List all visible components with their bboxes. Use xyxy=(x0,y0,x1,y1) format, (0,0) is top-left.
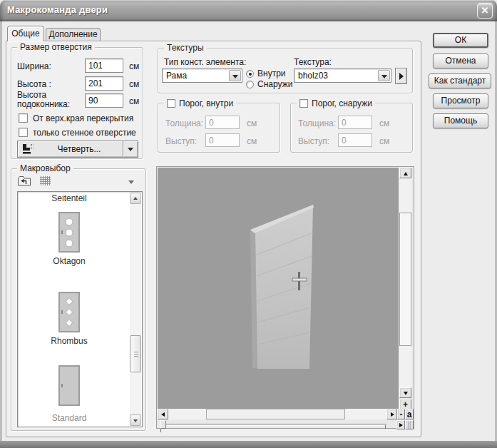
as-standard-button[interactable]: Как стандарт xyxy=(429,73,491,88)
scroll-up-icon[interactable] xyxy=(399,168,411,178)
scroll-down-icon[interactable] xyxy=(399,387,411,398)
radio-outside[interactable] xyxy=(246,81,254,88)
thickness-label: Толщина: xyxy=(165,118,203,128)
list-item-label[interactable]: Rhombus xyxy=(19,336,119,346)
texture-value: bholz03 xyxy=(298,71,328,81)
list-item-label[interactable]: Standard xyxy=(19,413,119,423)
thickness-unit: см xyxy=(379,118,389,128)
tab-page: Размер отверстия Ширина: см Высота : см … xyxy=(6,41,421,437)
radio-inside[interactable] xyxy=(246,70,254,78)
tab-general[interactable]: Общие xyxy=(7,26,44,41)
rotation-slider-thumb[interactable] xyxy=(160,420,166,429)
sill-height-input[interactable] xyxy=(85,93,123,108)
grid-view-icon[interactable] xyxy=(40,176,51,185)
width-unit: см xyxy=(129,61,139,71)
offset-input[interactable] xyxy=(338,133,372,147)
group-opening-size: Размер отверстия Ширина: см Высота : см … xyxy=(11,47,143,159)
scrollbar-thumb[interactable] xyxy=(399,213,411,346)
element-type-value: Рама xyxy=(166,71,187,81)
preview-widget: + - a || xyxy=(156,166,414,429)
macro-list-scrollbar[interactable] xyxy=(130,193,141,426)
texture-label: Текстура: xyxy=(294,57,332,67)
group-title: Порог, внутри xyxy=(179,98,233,108)
checkbox-from-top-edge[interactable] xyxy=(19,113,28,123)
group-title: Порог, снаружи xyxy=(312,98,372,108)
close-icon[interactable]: ✕ xyxy=(477,3,493,19)
thickness-input[interactable] xyxy=(338,116,372,129)
actual-size-button[interactable]: a xyxy=(405,409,414,419)
thickness-input[interactable] xyxy=(205,116,240,129)
macro-dropdown-arrow-icon[interactable] xyxy=(128,180,134,184)
offset-unit: см xyxy=(379,136,389,146)
zoom-in-button[interactable]: + xyxy=(399,399,411,409)
window-title: Макрокоманда двери xyxy=(7,4,108,15)
list-item-door-standard[interactable] xyxy=(58,365,80,406)
offset-input[interactable] xyxy=(205,133,240,147)
preview-button[interactable]: Просмотр xyxy=(433,93,488,108)
preview-3d-canvas[interactable] xyxy=(158,168,399,409)
checkbox-from-top-edge-label: От верх.края перекрытия xyxy=(33,113,133,123)
list-item-door-oktagon[interactable] xyxy=(58,212,80,253)
width-label: Ширина: xyxy=(17,61,51,71)
slider-step-icon[interactable] xyxy=(396,420,405,429)
offset-label: Выступ: xyxy=(165,136,197,146)
checkbox-wall-opening-only[interactable] xyxy=(19,128,28,137)
offset-label: Выступ: xyxy=(298,136,329,146)
scroll-down-icon[interactable] xyxy=(130,414,141,426)
oktagon-circles-icon xyxy=(66,218,73,247)
scroll-left-icon[interactable] xyxy=(158,409,168,419)
height-unit: см xyxy=(129,79,139,89)
radio-inside-label: Внутри xyxy=(257,68,286,78)
group-title: Текстуры xyxy=(164,43,207,54)
rhombus-diamonds-icon xyxy=(66,297,72,327)
window-border-bottom xyxy=(0,441,497,448)
titlebar: Макрокоманда двери ✕ xyxy=(0,0,497,21)
ok-button[interactable]: ОК xyxy=(433,33,488,48)
macro-listbox[interactable]: Seitenteil Oktagon Rhombus Sta xyxy=(17,191,143,427)
group-title: Размер отверстия xyxy=(17,42,95,53)
tab-addition[interactable]: Дополнение xyxy=(46,28,101,41)
zoom-out-button[interactable]: - xyxy=(397,409,405,419)
quarter-profile-icon xyxy=(21,143,34,158)
quarter-button-label: Четверть... xyxy=(38,144,121,154)
sill-height-label: Высота подоконника: xyxy=(17,91,83,109)
help-button[interactable]: Помощь xyxy=(433,113,488,128)
rotation-slider-track[interactable] xyxy=(161,424,386,426)
list-item-label[interactable]: Seitenteil xyxy=(19,193,119,203)
folder-up-icon[interactable] xyxy=(17,175,33,187)
scrollbar-thumb[interactable] xyxy=(206,409,345,419)
checkbox-threshold-inside[interactable] xyxy=(167,99,175,108)
thickness-unit: см xyxy=(247,118,257,128)
slider-tick xyxy=(160,429,161,432)
checkbox-threshold-outside[interactable] xyxy=(299,99,308,108)
chevron-down-icon[interactable] xyxy=(378,70,390,81)
macro-list-items: Seitenteil Oktagon Rhombus Sta xyxy=(19,192,119,427)
quarter-dropdown-arrow-icon[interactable] xyxy=(123,141,138,157)
height-input[interactable] xyxy=(85,76,123,91)
dialog-window: Макрокоманда двери ✕ Общие Дополнение Ра… xyxy=(0,0,497,448)
element-type-label: Тип конст. элемента: xyxy=(164,57,246,67)
list-item-door-rhombus[interactable] xyxy=(58,292,80,332)
texture-next-button[interactable] xyxy=(395,68,407,84)
width-input[interactable] xyxy=(85,58,123,73)
scrollbar-thumb[interactable] xyxy=(130,335,141,372)
quarter-button[interactable]: Четверть... xyxy=(17,141,138,158)
window-border-left xyxy=(0,21,2,448)
pause-button: || xyxy=(405,420,414,429)
chevron-down-icon[interactable] xyxy=(229,70,241,81)
group-title: Макровыбор xyxy=(17,163,73,174)
door-3d-render xyxy=(158,168,399,409)
texture-combobox[interactable]: bholz03 xyxy=(294,68,391,83)
group-macro-selection: Макровыбор Seitenteil xyxy=(11,168,146,431)
thickness-label: Толщина: xyxy=(298,118,336,128)
slider-tick xyxy=(385,425,386,429)
sill-unit: см xyxy=(129,96,139,106)
list-item-label[interactable]: Oktagon xyxy=(19,256,119,266)
checkbox-wall-opening-only-label: только стенное отверстие xyxy=(33,128,136,138)
cancel-button[interactable]: Отмена xyxy=(433,54,488,68)
radio-outside-label: Снаружи xyxy=(257,79,292,89)
scroll-up-icon[interactable] xyxy=(130,193,141,204)
group-textures: Текстуры Тип конст. элемента: Рама Внутр… xyxy=(158,48,413,93)
element-type-combobox[interactable]: Рама xyxy=(162,68,242,83)
scroll-right-icon[interactable] xyxy=(386,409,397,419)
